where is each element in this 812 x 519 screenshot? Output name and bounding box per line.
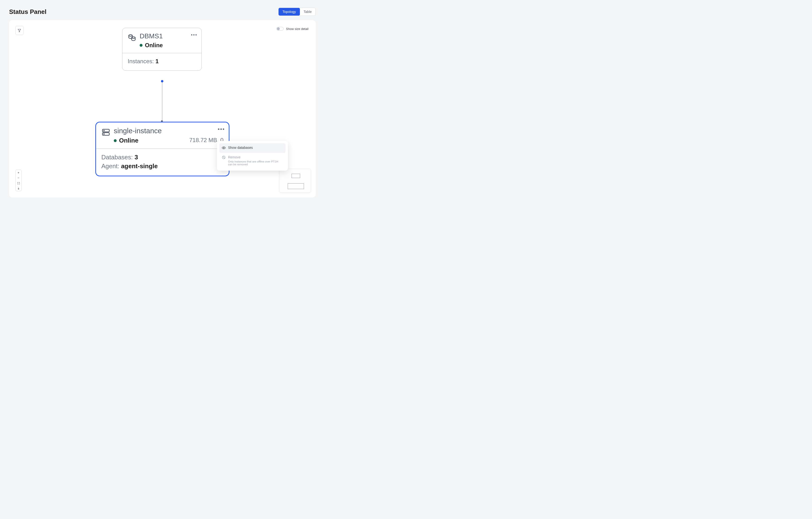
zoom-collapse-button[interactable]	[16, 186, 21, 191]
dbms-node[interactable]: DBMS1 Online Instances: 1	[122, 28, 202, 71]
view-table-button[interactable]: Table	[300, 8, 315, 16]
dbms-actions-button[interactable]	[191, 32, 197, 37]
ctx-remove: Remove Only instances that are offline o…	[220, 153, 286, 168]
ctx-remove-label: Remove	[228, 155, 283, 159]
minimap[interactable]	[279, 169, 311, 193]
instances-count: 1	[155, 58, 158, 64]
filter-icon	[18, 29, 21, 32]
svg-point-1	[129, 35, 133, 36]
status-dot-icon	[140, 44, 143, 47]
fullscreen-icon	[17, 182, 20, 184]
minimap-node	[291, 174, 300, 178]
instance-actions-button[interactable]	[218, 127, 225, 132]
instance-name: single-instance	[114, 127, 224, 135]
zoom-controls: + −	[15, 170, 22, 191]
arrow-down-icon	[17, 187, 20, 190]
show-size-toggle[interactable]	[277, 27, 284, 31]
databases-label: Databases:	[101, 153, 133, 161]
server-icon	[101, 128, 110, 138]
instance-context-menu: Show databases Remove Only instances tha…	[217, 141, 288, 171]
dbms-name: DBMS1	[140, 32, 196, 40]
dbms-status: Online	[145, 42, 163, 49]
svg-point-6	[104, 134, 105, 135]
instance-status: Online	[119, 137, 139, 144]
zoom-out-button[interactable]: −	[16, 175, 21, 180]
edge-source-dot	[161, 80, 163, 82]
forbid-icon	[222, 155, 226, 160]
svg-point-7	[223, 147, 224, 148]
topology-edge	[162, 81, 163, 122]
zoom-fit-button[interactable]	[16, 180, 21, 186]
status-dot-icon	[114, 139, 117, 142]
show-size-label: Show size detail	[286, 27, 309, 31]
eye-icon	[222, 146, 226, 150]
svg-point-5	[104, 131, 105, 131]
svg-marker-0	[18, 29, 21, 32]
page-title: Status Panel	[9, 8, 47, 16]
ctx-show-databases-label: Show databases	[228, 146, 253, 149]
instance-node[interactable]: single-instance Online 718.72 MB, 0 Data…	[95, 122, 229, 176]
ctx-show-databases[interactable]: Show databases	[220, 143, 286, 153]
topology-canvas[interactable]: Show size detail DBMS1 Online	[9, 20, 316, 197]
agent-name: agent-single	[121, 163, 157, 170]
instances-label: Instances:	[128, 58, 154, 64]
view-topology-button[interactable]: Topology	[279, 8, 300, 16]
dbms-icon	[128, 33, 136, 43]
zoom-in-button[interactable]: +	[16, 170, 21, 175]
databases-count: 3	[135, 153, 138, 161]
filter-button[interactable]	[15, 26, 24, 35]
agent-label: Agent:	[101, 163, 119, 170]
ctx-remove-hint: Only instances that are offline over PT1…	[228, 160, 283, 166]
svg-line-9	[223, 156, 225, 158]
view-switch: Topology Table	[278, 8, 316, 16]
minimap-node	[288, 183, 304, 189]
